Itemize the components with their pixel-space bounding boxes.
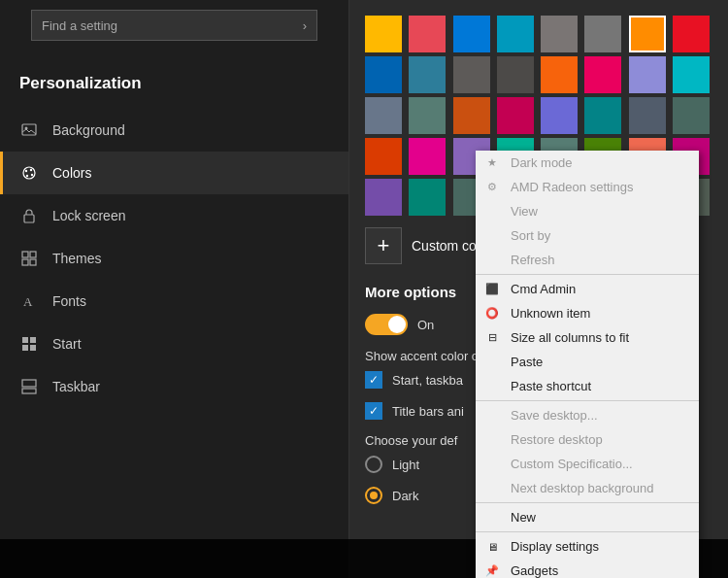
color-swatch-33[interactable]: [409, 179, 446, 216]
color-swatch-8[interactable]: [365, 56, 402, 93]
svg-rect-17: [22, 389, 36, 393]
start-taskbar-checkbox[interactable]: [365, 371, 382, 389]
ctx-icon-gadgets: 📌: [483, 562, 501, 579]
ctx-item-restore-desktop[interactable]: Restore desktop: [476, 427, 699, 452]
sidebar: Find a setting › Personalization Backgro…: [0, 0, 349, 578]
context-menu: ★Dark mode⚙AMD Radeon settingsViewSort b…: [476, 151, 699, 578]
ctx-icon-unknown1: ⭕: [483, 305, 501, 323]
color-swatch-5[interactable]: [584, 16, 621, 52]
light-label: Light: [392, 458, 419, 472]
svg-point-3: [25, 170, 27, 172]
color-swatch-25[interactable]: [409, 138, 446, 175]
color-swatch-11[interactable]: [497, 56, 534, 93]
personalization-title: Personalization: [0, 64, 348, 109]
ctx-label-unknown1: Unknown item: [511, 306, 590, 321]
color-swatch-32[interactable]: [365, 179, 402, 216]
ctx-label-refresh: Refresh: [511, 253, 555, 267]
color-swatch-18[interactable]: [453, 97, 490, 134]
ctx-icon-size-columns: ⊟: [483, 329, 501, 347]
svg-point-4: [30, 169, 32, 171]
ctx-item-refresh[interactable]: Refresh: [476, 248, 699, 272]
ctx-label-display-settings: Display settings: [511, 539, 599, 554]
transparency-toggle[interactable]: [365, 314, 408, 335]
color-swatch-22[interactable]: [629, 97, 666, 134]
ctx-label-custom-spec: Custom Specificatio...: [511, 457, 633, 471]
ctx-label-cmd-admin: Cmd Admin: [511, 282, 576, 296]
ctx-icon-display-settings: 🖥: [483, 538, 501, 556]
svg-point-2: [23, 167, 35, 179]
sidebar-item-start[interactable]: Start: [0, 323, 348, 365]
light-radio[interactable]: [365, 456, 382, 473]
sidebar-item-taskbar[interactable]: Taskbar: [0, 365, 348, 408]
start-taskbar-label: Start, taskba: [392, 373, 463, 388]
sidebar-item-background[interactable]: Background: [0, 109, 348, 152]
color-swatch-24[interactable]: [365, 138, 402, 175]
search-bar[interactable]: Find a setting ›: [31, 10, 317, 41]
color-swatch-23[interactable]: [673, 97, 710, 134]
ctx-label-sort-by: Sort by: [511, 228, 550, 243]
palette-icon: [19, 163, 39, 183]
sidebar-label-lock-screen: Lock screen: [52, 208, 125, 223]
color-swatch-12[interactable]: [541, 56, 578, 93]
color-swatch-16[interactable]: [365, 97, 402, 134]
svg-point-5: [31, 174, 33, 176]
ctx-item-amd-settings[interactable]: ⚙AMD Radeon settings: [476, 175, 699, 199]
start-icon: [19, 334, 39, 354]
color-swatch-0[interactable]: [365, 16, 402, 52]
ctx-item-size-columns[interactable]: ⊟Size all columns to fit: [476, 325, 699, 350]
ctx-item-view[interactable]: View: [476, 199, 699, 223]
color-swatch-21[interactable]: [584, 97, 621, 134]
color-swatch-6[interactable]: [629, 16, 666, 52]
title-bars-checkbox[interactable]: [365, 402, 382, 420]
color-swatch-2[interactable]: [453, 16, 490, 52]
color-swatch-10[interactable]: [453, 56, 490, 93]
svg-rect-0: [22, 124, 36, 135]
color-swatch-17[interactable]: [409, 97, 446, 134]
color-swatch-3[interactable]: [497, 16, 534, 52]
ctx-label-paste-shortcut: Paste shortcut: [511, 379, 591, 393]
svg-text:A: A: [23, 294, 33, 309]
svg-rect-14: [30, 337, 36, 343]
custom-color-button[interactable]: +: [365, 227, 402, 264]
search-arrow-icon: ›: [303, 18, 307, 33]
sidebar-item-lock-screen[interactable]: Lock screen: [0, 194, 348, 237]
svg-point-6: [26, 175, 28, 177]
ctx-item-paste-shortcut[interactable]: Paste shortcut: [476, 374, 699, 398]
dark-label: Dark: [392, 489, 418, 503]
ctx-icon-amd-settings: ⚙: [483, 179, 501, 196]
ctx-label-dark-mode: Dark mode: [511, 155, 573, 170]
sidebar-item-themes[interactable]: Themes: [0, 237, 348, 280]
color-swatch-1[interactable]: [409, 16, 446, 52]
svg-rect-15: [22, 345, 28, 351]
ctx-item-sort-by[interactable]: Sort by: [476, 223, 699, 248]
ctx-label-wallpaper-bg: Next desktop background: [511, 481, 653, 495]
ctx-label-gadgets: Gadgets: [511, 563, 558, 578]
ctx-item-gadgets[interactable]: 📌Gadgets: [476, 559, 699, 578]
sidebar-label-themes: Themes: [52, 251, 102, 266]
ctx-item-custom-spec[interactable]: Custom Specificatio...: [476, 452, 699, 476]
ctx-label-new: New: [511, 510, 536, 525]
ctx-item-unknown1[interactable]: ⭕Unknown item: [476, 301, 699, 325]
sidebar-item-fonts[interactable]: A Fonts: [0, 280, 348, 323]
svg-rect-9: [30, 252, 36, 257]
svg-rect-13: [22, 337, 28, 343]
color-swatch-7[interactable]: [673, 16, 710, 52]
sidebar-label-fonts: Fonts: [52, 293, 86, 309]
color-swatch-14[interactable]: [629, 56, 666, 93]
color-swatch-15[interactable]: [673, 56, 710, 93]
search-text: Find a setting: [42, 18, 117, 33]
color-swatch-9[interactable]: [409, 56, 446, 93]
ctx-item-wallpaper-bg[interactable]: Next desktop background: [476, 476, 699, 500]
ctx-item-paste[interactable]: Paste: [476, 350, 699, 374]
ctx-item-new[interactable]: New: [476, 505, 699, 529]
sidebar-item-colors[interactable]: Colors: [0, 152, 348, 194]
color-swatch-20[interactable]: [541, 97, 578, 134]
color-swatch-4[interactable]: [541, 16, 578, 52]
color-swatch-13[interactable]: [584, 56, 621, 93]
color-swatch-19[interactable]: [497, 97, 534, 134]
ctx-item-display-settings[interactable]: 🖥Display settings: [476, 534, 699, 559]
dark-radio[interactable]: [365, 487, 382, 504]
ctx-item-cmd-admin[interactable]: ⬛Cmd Admin: [476, 277, 699, 301]
ctx-item-save-desktop[interactable]: Save desktop...: [476, 403, 699, 427]
ctx-item-dark-mode[interactable]: ★Dark mode: [476, 151, 699, 175]
